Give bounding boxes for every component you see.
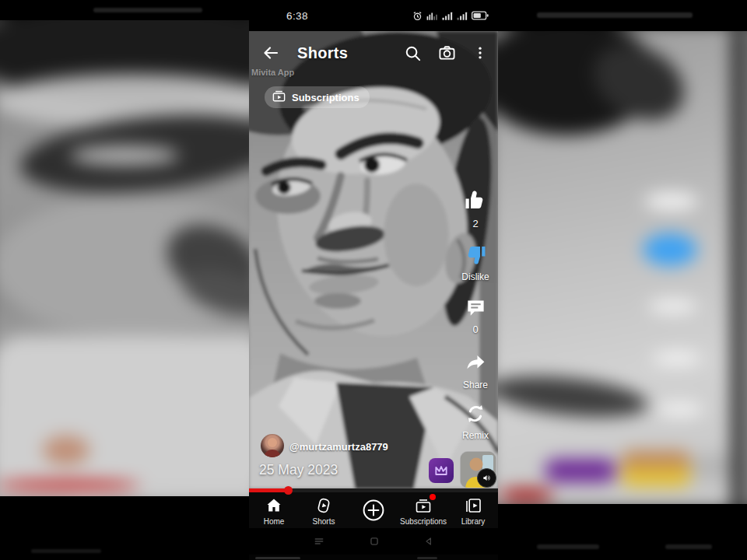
subscriptions-icon [414, 495, 433, 516]
app-logo-thumbnail[interactable] [429, 458, 454, 483]
share-button[interactable]: Share [452, 352, 498, 390]
signal-bars-icon [457, 11, 468, 21]
screen-recording-frame: 6:38 [0, 0, 747, 560]
channel-username[interactable]: @murtzamurtza8779 [289, 441, 388, 453]
bottom-navigation: Home Shorts Subscriptions [249, 492, 498, 528]
video-date: 25 May 2023 [259, 462, 338, 478]
battery-icon [472, 11, 489, 20]
shorts-header: Shorts [249, 37, 498, 68]
share-arrow-icon [465, 352, 487, 377]
page-title: Shorts [297, 44, 348, 62]
remix-button[interactable]: Remix [452, 403, 498, 441]
phone-screen: 6:38 [249, 0, 498, 560]
nav-item-home[interactable]: Home [249, 492, 299, 528]
subscriptions-chip[interactable]: Subscriptions [265, 86, 370, 108]
menu-icon[interactable] [313, 536, 325, 547]
like-count: 2 [472, 218, 478, 229]
library-icon [464, 495, 482, 516]
comment-icon [465, 297, 486, 321]
network-2g-icon [426, 11, 438, 21]
remix-label: Remix [462, 430, 489, 441]
nav-item-shorts[interactable]: Shorts [299, 492, 349, 528]
alarm-icon [412, 11, 423, 21]
search-icon[interactable] [404, 44, 422, 62]
comment-count: 0 [472, 324, 478, 335]
like-button[interactable]: 2 [452, 189, 498, 229]
remix-icon [465, 403, 486, 428]
share-label: Share [463, 380, 488, 390]
thumbs-down-icon [464, 243, 487, 269]
recents-square-icon[interactable] [369, 536, 380, 547]
nav-label: Shorts [313, 517, 335, 526]
dislike-label: Dislike [461, 271, 489, 282]
nav-label: Subscriptions [400, 517, 447, 526]
status-bar: 6:38 [249, 0, 498, 31]
home-icon [265, 495, 283, 516]
android-navigation-bar [249, 528, 498, 555]
camera-icon[interactable] [438, 44, 456, 62]
dislike-button[interactable]: Dislike [452, 243, 498, 282]
comments-button[interactable]: 0 [452, 297, 498, 335]
nav-item-library[interactable]: Library [448, 492, 498, 528]
audio-speaker-icon[interactable] [477, 468, 496, 488]
bottom-letterbox-right [498, 504, 747, 560]
back-triangle-icon[interactable] [423, 536, 434, 547]
thumbs-up-icon [464, 189, 487, 215]
subscriptions-chip-label: Subscriptions [292, 92, 359, 103]
channel-avatar[interactable] [261, 434, 284, 457]
nav-label: Home [264, 517, 285, 526]
nav-item-subscriptions[interactable]: Subscriptions [398, 492, 448, 528]
nav-item-create[interactable] [349, 492, 398, 528]
shorts-icon [314, 495, 333, 516]
subscriptions-icon [272, 89, 286, 106]
app-watermark: Mivita App [251, 68, 294, 77]
video-progress-handle[interactable] [284, 486, 293, 495]
create-plus-icon [361, 500, 386, 520]
clock-time: 6:38 [286, 10, 308, 22]
back-arrow-icon[interactable] [261, 44, 280, 62]
bottom-strip [249, 555, 498, 560]
notification-badge [430, 494, 436, 500]
signal-bars-icon [442, 11, 453, 21]
more-menu-icon[interactable] [472, 44, 488, 61]
shorts-video[interactable]: Shorts Mivita App [249, 31, 498, 488]
nav-label: Library [461, 517, 486, 526]
